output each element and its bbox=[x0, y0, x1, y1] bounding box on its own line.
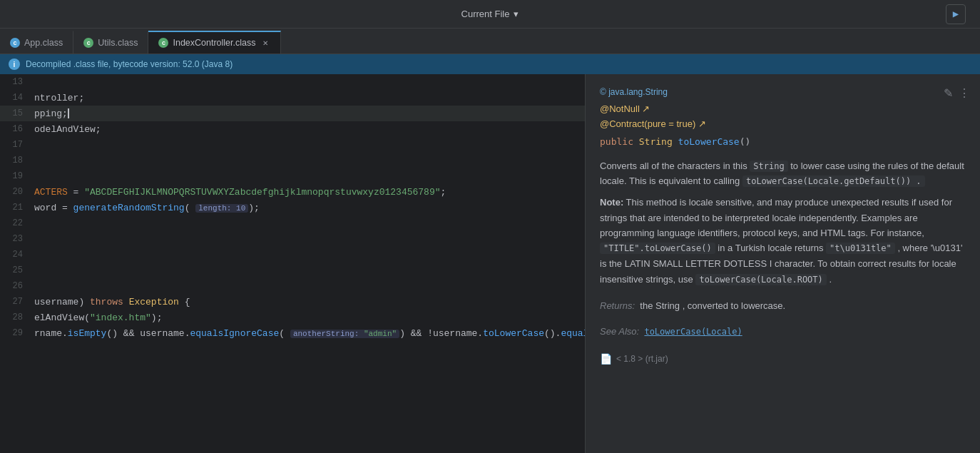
line-number: 21 bbox=[0, 200, 31, 215]
dropdown-icon: ▾ bbox=[514, 9, 519, 19]
doc-para1: Converts all of the characters in this S… bbox=[600, 158, 966, 190]
signature-kw: public bbox=[600, 136, 633, 147]
docs-panel[interactable]: ✎ ⋮ © java.lang.String @NotNull ↗ @Contr… bbox=[586, 74, 980, 453]
line-content bbox=[31, 231, 585, 247]
doc-annotation2: @Contract(pure = true) ↗ bbox=[600, 117, 966, 132]
line-content: odelAndView; bbox=[31, 121, 585, 137]
info-bar: i Decompiled .class file, bytecode versi… bbox=[0, 54, 980, 74]
line-content: pping; bbox=[31, 106, 585, 121]
table-row: 18 bbox=[0, 153, 585, 168]
line-number: 27 bbox=[0, 294, 31, 310]
doc-header-link[interactable]: © java.lang.String bbox=[600, 86, 966, 99]
line-content: ACTERS = "ABCDEFGHIJKLMNOPQRSTUVWXYZabcd… bbox=[31, 184, 585, 200]
line-number: 13 bbox=[0, 74, 31, 90]
doc-signature: public String toLowerCase() bbox=[600, 135, 966, 150]
line-content bbox=[31, 278, 585, 294]
current-file-title[interactable]: Current File ▾ bbox=[461, 9, 519, 19]
doc-body: Converts all of the characters in this S… bbox=[600, 158, 966, 287]
signature-type: String bbox=[639, 136, 678, 147]
current-file-label: Current File bbox=[461, 9, 510, 19]
line-number: 22 bbox=[0, 215, 31, 231]
line-number: 23 bbox=[0, 231, 31, 247]
code-panel[interactable]: 13 14 ntroller; 15 pping; 16 odelAndView… bbox=[0, 74, 585, 453]
line-content bbox=[31, 137, 585, 153]
line-number: 18 bbox=[0, 153, 31, 168]
line-content bbox=[31, 153, 585, 168]
line-number: 29 bbox=[0, 325, 31, 341]
docs-actions: ✎ ⋮ bbox=[942, 83, 971, 104]
returns-label: Returns: bbox=[600, 300, 635, 311]
line-number: 26 bbox=[0, 278, 31, 294]
table-row: 17 bbox=[0, 137, 585, 153]
line-number: 15 bbox=[0, 106, 31, 121]
doc-inline5: toLowerCase(Locale.ROOT) bbox=[695, 274, 826, 285]
doc-inline3: "TITLE".toLowerCase() bbox=[600, 243, 715, 254]
doc-see-also: See Also: toLowerCase(Locale) bbox=[600, 325, 966, 340]
info-icon: i bbox=[9, 58, 20, 70]
table-row: 26 bbox=[0, 278, 585, 294]
tab-app[interactable]: c App.class bbox=[0, 31, 73, 54]
line-number: 24 bbox=[0, 247, 31, 263]
table-row: 28 elAndView("index.htm"); bbox=[0, 310, 585, 325]
run-icon: ▶ bbox=[953, 8, 959, 20]
line-number: 17 bbox=[0, 137, 31, 153]
line-content bbox=[31, 263, 585, 278]
see-also-link[interactable]: toLowerCase(Locale) bbox=[644, 327, 742, 337]
doc-inline1: String bbox=[750, 161, 787, 172]
more-icon[interactable]: ⋮ bbox=[957, 83, 971, 104]
tab-icon-utils: c bbox=[83, 38, 93, 48]
code-lines: 13 14 ntroller; 15 pping; 16 odelAndView… bbox=[0, 74, 585, 341]
tab-label-utils: Utils.class bbox=[98, 38, 138, 48]
tab-icon-app: c bbox=[10, 38, 20, 48]
tab-indexcontroller[interactable]: c IndexController.class ✕ bbox=[148, 31, 280, 54]
footer-text: < 1.8 > (rt.jar) bbox=[616, 352, 668, 366]
tab-label-index: IndexController.class bbox=[173, 38, 255, 48]
line-content bbox=[31, 247, 585, 263]
main-layout: 13 14 ntroller; 15 pping; 16 odelAndView… bbox=[0, 74, 980, 453]
doc-returns: Returns: the String , converted to lower… bbox=[600, 299, 966, 314]
line-content bbox=[31, 168, 585, 184]
line-number: 19 bbox=[0, 168, 31, 184]
tabs-bar: c App.class c Utils.class c IndexControl… bbox=[0, 29, 980, 54]
line-content bbox=[31, 215, 585, 231]
top-bar: Current File ▾ ▶ bbox=[0, 0, 980, 29]
doc-note: Note: This method is locale sensitive, a… bbox=[600, 195, 966, 287]
table-row: 15 pping; bbox=[0, 106, 585, 121]
table-row: 27 username) throws Exception { bbox=[0, 294, 585, 310]
doc-footer: 📄 < 1.8 > (rt.jar) bbox=[600, 351, 966, 367]
signature-method: toLowerCase bbox=[678, 136, 740, 147]
table-row: 14 ntroller; bbox=[0, 90, 585, 106]
line-content: word = generateRandomString( length: 10)… bbox=[31, 200, 585, 215]
line-number: 20 bbox=[0, 184, 31, 200]
table-row: 24 bbox=[0, 247, 585, 263]
line-number: 28 bbox=[0, 310, 31, 325]
line-content: ntroller; bbox=[31, 90, 585, 106]
line-content bbox=[31, 74, 585, 90]
table-row: 19 bbox=[0, 168, 585, 184]
table-row: 23 bbox=[0, 231, 585, 247]
table-row: 22 bbox=[0, 215, 585, 231]
returns-type: String bbox=[655, 300, 680, 311]
table-row: 16 odelAndView; bbox=[0, 121, 585, 137]
table-row: 25 bbox=[0, 263, 585, 278]
doc-inline2: toLowerCase(Locale.getDefault()) . bbox=[742, 175, 925, 187]
doc-note-label: Note: bbox=[600, 197, 623, 208]
table-row: 29 rname.isEmpty() && username.equalsIgn… bbox=[0, 325, 585, 341]
line-number: 16 bbox=[0, 121, 31, 137]
tab-utils[interactable]: c Utils.class bbox=[73, 31, 148, 54]
table-row: 21 word = generateRandomString( length: … bbox=[0, 200, 585, 215]
line-content: elAndView("index.htm"); bbox=[31, 310, 585, 325]
table-row: 13 bbox=[0, 74, 585, 90]
signature-parens: () bbox=[740, 136, 751, 147]
line-content: username) throws Exception { bbox=[31, 294, 585, 310]
tab-close-index[interactable]: ✕ bbox=[260, 38, 270, 48]
line-content: rname.isEmpty() && username.equalsIgnore… bbox=[31, 325, 585, 341]
table-row: 20 ACTERS = "ABCDEFGHIJKLMNOPQRSTUVWXYZa… bbox=[0, 184, 585, 200]
edit-icon[interactable]: ✎ bbox=[942, 83, 954, 104]
jar-icon: 📄 bbox=[600, 351, 612, 367]
line-number: 14 bbox=[0, 90, 31, 106]
run-button[interactable]: ▶ bbox=[946, 4, 966, 24]
info-message: Decompiled .class file, bytecode version… bbox=[26, 59, 233, 69]
line-number: 25 bbox=[0, 263, 31, 278]
tab-label-app: App.class bbox=[24, 38, 63, 48]
